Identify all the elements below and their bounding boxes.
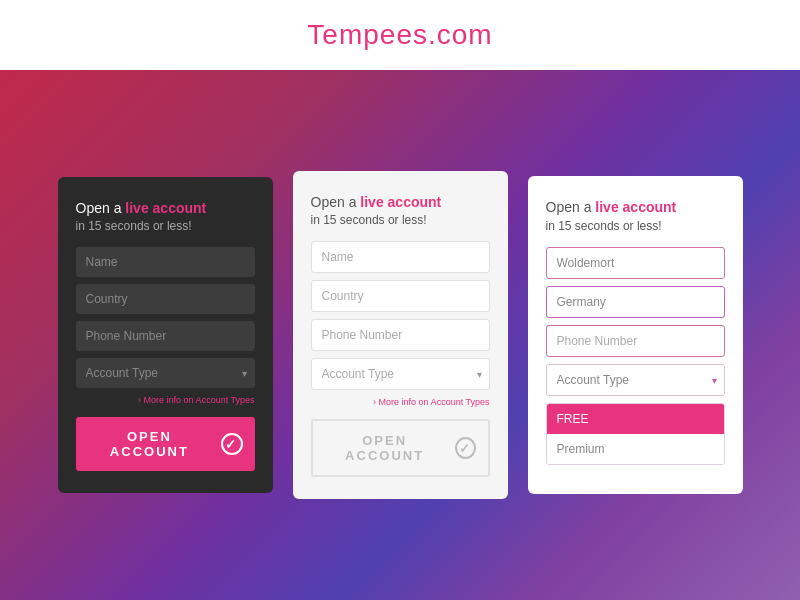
phone-input-dark[interactable] — [76, 321, 255, 351]
dropdown-item-premium[interactable]: Premium — [547, 434, 724, 464]
name-input-dark[interactable] — [76, 247, 255, 277]
card-white-title: Open a live account — [546, 198, 725, 216]
account-type-select-wrap-white: Account Type FREE Premium ▾ — [546, 364, 725, 396]
phone-input-light[interactable] — [311, 319, 490, 351]
open-account-button-light[interactable]: OPEN ACCOUNT ✓ — [311, 419, 490, 477]
checkmark-icon-dark: ✓ — [225, 437, 238, 452]
card-dark: Open a live account in 15 seconds or les… — [58, 177, 273, 493]
card-white: Open a live account in 15 seconds or les… — [528, 176, 743, 493]
country-input-dark[interactable] — [76, 284, 255, 314]
cards-container: Open a live account in 15 seconds or les… — [58, 171, 743, 499]
card-light-subtitle: in 15 seconds or less! — [311, 213, 490, 227]
check-circle-dark: ✓ — [221, 433, 242, 455]
card-dark-title: Open a live account — [76, 199, 255, 217]
name-input-white[interactable] — [546, 247, 725, 279]
top-bar: Tempees.com — [0, 0, 800, 70]
account-type-select-light[interactable]: Account Type FREE Premium — [311, 358, 490, 390]
open-account-button-dark[interactable]: OPEN ACCOUNT ✓ — [76, 417, 255, 471]
name-input-light[interactable] — [311, 241, 490, 273]
country-input-white[interactable] — [546, 286, 725, 318]
phone-input-white[interactable] — [546, 325, 725, 357]
more-info-link-light[interactable]: › More info on Account Types — [311, 397, 490, 407]
account-type-select-wrap-light: Account Type FREE Premium ▾ — [311, 358, 490, 390]
dropdown-list-white: FREE Premium — [546, 403, 725, 465]
account-type-select-dark[interactable]: Account Type FREE Premium — [76, 358, 255, 388]
account-type-select-wrap-dark: Account Type FREE Premium ▾ — [76, 358, 255, 388]
main-area: Open a live account in 15 seconds or les… — [0, 70, 800, 600]
check-circle-light: ✓ — [455, 437, 476, 459]
checkmark-icon-light: ✓ — [459, 441, 472, 456]
card-light-title: Open a live account — [311, 193, 490, 211]
open-account-label-dark: OPEN ACCOUNT — [88, 429, 212, 459]
site-title: Tempees.com — [307, 19, 492, 51]
open-account-label-light: OPEN ACCOUNT — [325, 433, 445, 463]
more-info-link-dark[interactable]: › More info on Account Types — [76, 395, 255, 405]
account-type-select-white[interactable]: Account Type FREE Premium — [546, 364, 725, 396]
card-white-subtitle: in 15 seconds or less! — [546, 219, 725, 233]
country-input-light[interactable] — [311, 280, 490, 312]
dropdown-item-free[interactable]: FREE — [547, 404, 724, 434]
card-dark-subtitle: in 15 seconds or less! — [76, 219, 255, 233]
card-light: Open a live account in 15 seconds or les… — [293, 171, 508, 499]
